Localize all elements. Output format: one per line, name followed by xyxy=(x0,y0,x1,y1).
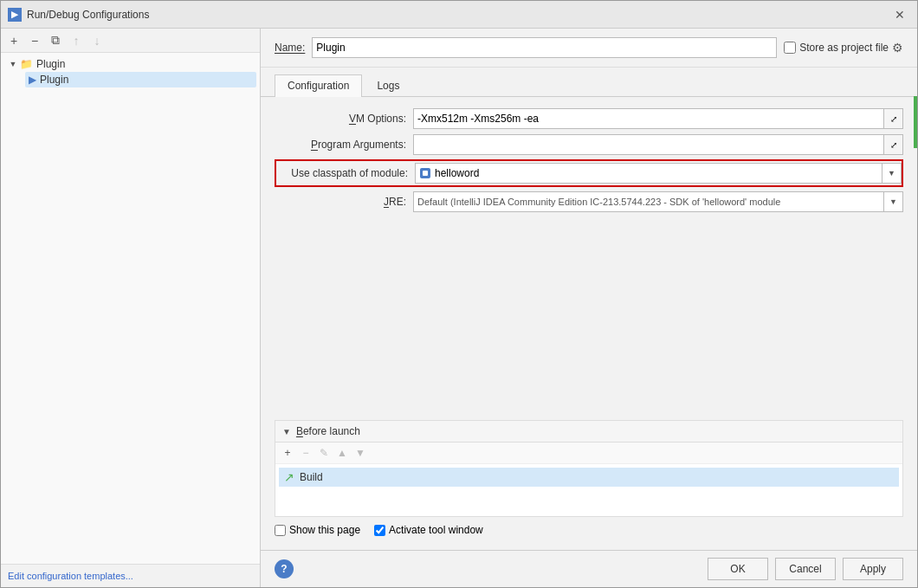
prog-label-rest: rogram Arguments: xyxy=(318,139,406,151)
config-header: Name: Store as project file ⚙ xyxy=(261,29,917,68)
jre-label-rest: RE: xyxy=(389,196,406,208)
jre-dropdown-btn[interactable]: ▼ xyxy=(884,191,903,212)
launch-list: ↗ Build xyxy=(275,464,902,516)
tab-logs[interactable]: Logs xyxy=(364,74,412,96)
show-page-checkbox[interactable] xyxy=(275,525,286,536)
remove-config-button[interactable]: − xyxy=(25,31,44,50)
classpath-dropdown-btn[interactable]: ▼ xyxy=(882,163,902,184)
dialog-icon: ▶ xyxy=(8,8,22,22)
vm-options-input[interactable] xyxy=(413,108,884,129)
apply-button[interactable]: Apply xyxy=(843,558,903,580)
config-body: VM Options: ⤢ Program Arguments: ⤢ xyxy=(261,97,917,550)
classpath-module-select[interactable]: helloword xyxy=(415,163,882,184)
config-name-input[interactable] xyxy=(312,37,777,58)
vm-options-input-wrapper: ⤢ xyxy=(413,108,903,129)
add-config-button[interactable]: + xyxy=(4,31,23,50)
tree-child-label: Plugin xyxy=(40,74,68,86)
jre-value: Default (IntelliJ IDEA Community Edition… xyxy=(413,191,884,212)
store-project-label: Store as project file xyxy=(799,42,889,54)
launch-down-btn[interactable]: ▼ xyxy=(352,444,369,462)
launch-up-btn[interactable]: ▲ xyxy=(333,444,351,462)
before-launch-header[interactable]: ▼ Before launch xyxy=(275,421,902,443)
program-args-expand-btn[interactable]: ⤢ xyxy=(884,134,903,155)
bottom-bar: ? OK Cancel Apply xyxy=(261,550,917,587)
program-args-input[interactable] xyxy=(413,134,884,155)
tree-children: ▶ Plugin xyxy=(25,72,256,87)
module-select-wrapper: helloword ▼ xyxy=(415,163,902,184)
spacer xyxy=(275,216,903,413)
right-panel: Name: Store as project file ⚙ Configurat… xyxy=(261,29,917,587)
store-project-checkbox[interactable] xyxy=(784,42,796,54)
main-content: + − ⧉ ↑ ↓ ▼ 📁 Plugin ▶ Plugin xyxy=(1,29,917,587)
dialog-title: Run/Debug Configurations xyxy=(27,9,889,21)
tree-root-label: Plugin xyxy=(36,58,65,70)
tabs-bar: Configuration Logs xyxy=(261,68,917,97)
footer-checkboxes: Show this page Activate tool window xyxy=(275,517,903,540)
module-icon-inner xyxy=(420,168,430,178)
tree-item-plugin-root[interactable]: ▼ 📁 Plugin xyxy=(4,56,256,72)
title-bar: ▶ Run/Debug Configurations ✕ xyxy=(1,1,917,29)
classpath-row-highlighted: Use classpath of module: helloword ▼ xyxy=(275,159,903,187)
help-button[interactable]: ? xyxy=(275,559,294,578)
tree-group-plugin: ▼ 📁 Plugin ▶ Plugin xyxy=(4,56,256,87)
vm-options-row: VM Options: ⤢ xyxy=(275,107,903,130)
show-page-checkbox-label[interactable]: Show this page xyxy=(275,524,360,536)
cancel-button[interactable]: Cancel xyxy=(775,558,836,580)
store-project-area: Store as project file ⚙ xyxy=(784,41,903,55)
close-button[interactable]: ✕ xyxy=(889,4,910,25)
launch-toolbar: + − ✎ ▲ ▼ xyxy=(275,443,902,464)
vm-options-label: VM Options: xyxy=(275,113,413,125)
edit-templates-area: Edit configuration templates... xyxy=(1,564,260,587)
jre-wrapper: Default (IntelliJ IDEA Community Edition… xyxy=(413,191,903,212)
activate-label: Activate tool window xyxy=(389,524,483,536)
config-tree: ▼ 📁 Plugin ▶ Plugin xyxy=(1,53,260,564)
collapse-arrow-icon: ▼ xyxy=(282,427,291,436)
launch-item-build[interactable]: ↗ Build xyxy=(279,468,899,487)
build-icon: ↗ xyxy=(284,470,294,484)
tree-item-plugin-child[interactable]: ▶ Plugin xyxy=(25,72,256,87)
before-launch-section: ▼ Before launch + − ✎ ▲ ▼ ↗ xyxy=(275,420,903,517)
name-label: Name: xyxy=(275,42,305,54)
move-up-button[interactable]: ↑ xyxy=(67,31,86,50)
vm-label-text: V xyxy=(349,113,356,125)
program-args-label: Program Arguments: xyxy=(275,139,413,151)
ok-button[interactable]: OK xyxy=(708,558,768,580)
before-launch-b: B xyxy=(296,425,303,437)
show-page-label: Show this page xyxy=(289,524,360,536)
jre-label: JRE: xyxy=(275,196,413,208)
config-toolbar: + − ⧉ ↑ ↓ xyxy=(1,29,260,53)
vm-label-rest: M Options: xyxy=(356,113,406,125)
run-debug-dialog: ▶ Run/Debug Configurations ✕ + − ⧉ ↑ ↓ ▼… xyxy=(0,0,918,588)
module-icon xyxy=(419,167,431,179)
left-panel: + − ⧉ ↑ ↓ ▼ 📁 Plugin ▶ Plugin xyxy=(1,29,261,587)
activate-tool-window-label[interactable]: Activate tool window xyxy=(374,524,483,536)
move-down-button[interactable]: ↓ xyxy=(87,31,107,50)
program-args-row: Program Arguments: ⤢ xyxy=(275,133,903,156)
launch-edit-btn[interactable]: ✎ xyxy=(315,444,333,462)
tab-configuration[interactable]: Configuration xyxy=(275,74,362,97)
green-indicator-bar xyxy=(914,96,917,148)
plugin-icon: ▶ xyxy=(29,74,36,86)
before-launch-title: Before launch xyxy=(296,425,360,437)
activate-tool-window-checkbox[interactable] xyxy=(374,525,385,536)
jre-row: JRE: Default (IntelliJ IDEA Community Ed… xyxy=(275,191,903,213)
launch-remove-btn[interactable]: − xyxy=(297,444,314,462)
copy-config-button[interactable]: ⧉ xyxy=(46,31,65,50)
classpath-label: Use classpath of module: xyxy=(276,167,415,179)
program-args-input-wrapper: ⤢ xyxy=(413,134,903,155)
folder-icon: 📁 xyxy=(20,58,33,70)
tree-expand-icon: ▼ xyxy=(8,59,18,69)
vm-options-expand-btn[interactable]: ⤢ xyxy=(884,108,903,129)
gear-icon[interactable]: ⚙ xyxy=(892,41,903,55)
before-launch-rest: efore launch xyxy=(303,425,360,437)
prog-label-p: P xyxy=(311,139,318,151)
edit-templates-link[interactable]: Edit configuration templates... xyxy=(8,571,133,581)
launch-item-label: Build xyxy=(300,471,323,483)
launch-add-btn[interactable]: + xyxy=(279,444,296,462)
